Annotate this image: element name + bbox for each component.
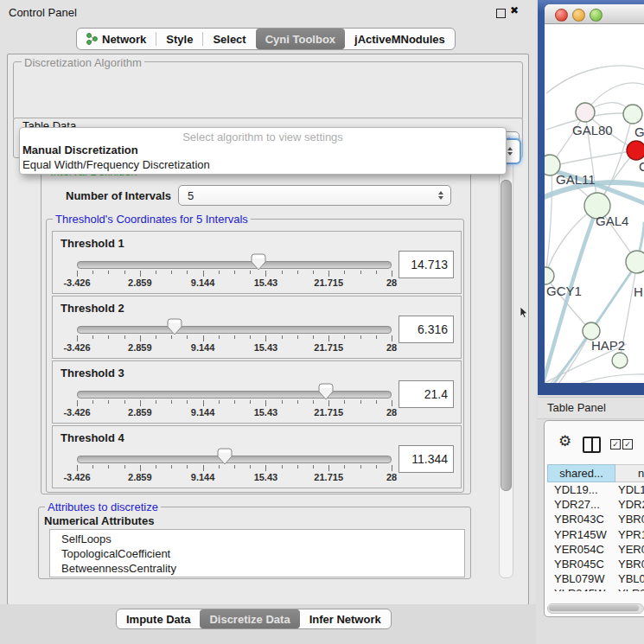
threshold-4-value-field[interactable]: 11.344 <box>399 445 454 473</box>
gear-icon[interactable]: ⚙ <box>558 432 571 450</box>
threshold-2-value-field[interactable]: 6.316 <box>399 316 454 343</box>
slider-track[interactable] <box>77 261 392 269</box>
network-node-HAP2[interactable] <box>583 322 600 340</box>
slider-tick <box>250 465 251 469</box>
threshold-4-slider[interactable]: -3.4262.8599.14415.4321.71528 <box>70 450 399 487</box>
slider-thumb[interactable] <box>318 383 334 400</box>
slider-tick <box>171 400 172 404</box>
network-window: GAL80GACGAL11GAL4GCY1HHAP2 <box>545 4 644 383</box>
slider-tick <box>219 465 220 469</box>
close-icon[interactable]: ✖ <box>510 4 519 16</box>
tab-network[interactable]: Network <box>77 29 156 49</box>
slider-tick-label: 21.715 <box>314 342 343 353</box>
float-window-icon[interactable] <box>496 9 506 18</box>
slider-track[interactable] <box>77 456 392 463</box>
close-traffic-light-icon[interactable] <box>555 9 568 22</box>
slider-tick-label: 2.859 <box>128 472 152 482</box>
slider-track[interactable] <box>77 326 392 334</box>
table-panel-title: Table Panel <box>547 401 606 414</box>
combo-arrows-icon <box>507 147 513 156</box>
slider-tick-label: -3.426 <box>63 472 90 482</box>
network-edge[interactable] <box>552 150 636 166</box>
checkbox-checked-icon[interactable]: ✓ <box>610 439 621 450</box>
threshold-2-slider[interactable]: -3.4262.8599.14415.4321.71528 <box>70 321 399 357</box>
algorithm-group <box>13 61 523 120</box>
slider-tick <box>360 271 361 274</box>
network-node-node-bottom[interactable] <box>612 353 628 368</box>
combo-arrows-icon <box>438 191 443 200</box>
network-node-GAL80[interactable] <box>576 103 595 122</box>
table-row[interactable]: YDL19...YDL1 <box>547 483 644 498</box>
intervals-combobox[interactable]: 5 <box>178 185 451 206</box>
slider-tick <box>297 400 298 404</box>
network-window-titlebar[interactable] <box>545 4 644 24</box>
attribute-item[interactable]: SelfLoops <box>50 530 464 546</box>
threshold-3-slider[interactable]: -3.4262.8599.14415.4321.71528 <box>70 386 399 422</box>
threshold-2-panel: Threshold 2 -3.4262.8599.14415.4321.7152… <box>52 296 462 359</box>
slider-tick <box>77 400 78 406</box>
dropdown-item-equal-width[interactable]: Equal Width/Frequency Discretization <box>22 158 210 171</box>
dropdown-item-manual[interactable]: Manual Discretization <box>22 143 138 156</box>
mouse-cursor <box>520 307 529 319</box>
slider-tick <box>108 400 109 404</box>
slider-tick <box>313 465 314 469</box>
table-panel-window: ⚙ ✓ ✓ shared... n YDL19...YDL1YDR27...YD… <box>544 420 644 617</box>
table-row[interactable]: YBR043CYBR0 <box>547 513 644 527</box>
network-node-GAL-cut[interactable] <box>623 105 642 124</box>
table-header-row: shared... n <box>547 464 644 482</box>
threshold-4-panel: Threshold 4 -3.4262.8599.14415.4321.7152… <box>52 425 462 488</box>
slider-tick <box>156 465 156 469</box>
zoom-traffic-light-icon[interactable] <box>590 9 603 22</box>
network-node-label: GAL80 <box>572 123 613 137</box>
table-row[interactable]: YLR345WYLR3 <box>547 587 644 591</box>
network-node-H-cut[interactable] <box>626 251 644 273</box>
slider-thumb[interactable] <box>217 448 233 465</box>
attribute-item[interactable]: BetweennessCentrality <box>50 561 464 576</box>
slider-tick-label: 15.43 <box>254 472 278 482</box>
slider-tick <box>124 335 125 339</box>
slider-tick-label: 2.859 <box>128 277 152 288</box>
slider-tick <box>124 271 125 274</box>
checkbox-checked-icon[interactable]: ✓ <box>622 439 633 450</box>
slider-tick <box>313 271 314 274</box>
slider-tick <box>140 465 141 471</box>
tab-jactivemnodules[interactable]: jActiveMNodules <box>345 29 455 49</box>
network-canvas[interactable]: GAL80GACGAL11GAL4GCY1HHAP2 <box>545 23 644 383</box>
minimize-traffic-light-icon[interactable] <box>572 9 585 22</box>
attribute-item[interactable]: TopologicalCoefficient <box>50 546 464 561</box>
slider-thumb[interactable] <box>167 318 182 335</box>
table-row[interactable]: YBL079WYBL0 <box>547 572 644 587</box>
column-header-name[interactable]: n <box>615 464 644 482</box>
tab-cyni-toolbox[interactable]: Cyni Toolbox <box>256 29 345 49</box>
slider-tick <box>265 335 266 341</box>
slider-tick-label: 21.715 <box>314 407 343 418</box>
table-row[interactable]: YER054CYER0 <box>547 543 644 558</box>
threshold-3-value-field[interactable]: 21.4 <box>399 380 454 408</box>
table-row[interactable]: YDR27...YDR2 <box>547 498 644 513</box>
columns-icon[interactable] <box>583 437 601 453</box>
threshold-1-value-field[interactable]: 14.713 <box>399 251 454 278</box>
tab-impute-data[interactable]: Impute Data <box>117 609 200 628</box>
network-node-red-node[interactable] <box>627 141 644 160</box>
numerical-attributes-list: SelfLoops TopologicalCoefficient Between… <box>49 529 465 577</box>
network-node-GCY1[interactable] <box>545 267 554 284</box>
intervals-value: 5 <box>188 189 194 202</box>
app-root: Control Panel ✖ Network Style Select Cyn… <box>0 0 644 644</box>
threshold-1-slider[interactable]: -3.4262.8599.14415.4321.71528 <box>70 256 399 292</box>
table-row[interactable]: YBR045CYBR0 <box>547 558 644 572</box>
slider-tick <box>124 465 125 469</box>
slider-thumb[interactable] <box>251 253 266 271</box>
table-horizontal-scrollbar[interactable] <box>547 603 644 614</box>
slider-tick-label: 28 <box>386 277 397 288</box>
column-header-shared-name[interactable]: shared... <box>547 464 615 482</box>
tab-discretize-data[interactable]: Discretize Data <box>200 609 299 628</box>
content-vertical-scrollbar[interactable] <box>499 161 513 578</box>
slider-tick <box>344 465 345 469</box>
network-edge[interactable] <box>546 66 644 93</box>
slider-tick <box>203 335 204 341</box>
tab-select[interactable]: Select <box>203 29 255 49</box>
table-row[interactable]: YPR145WYPR1 <box>547 528 644 543</box>
tab-style[interactable]: Style <box>156 29 202 49</box>
tab-infer-network[interactable]: Infer Network <box>300 609 391 628</box>
slider-track[interactable] <box>77 391 392 399</box>
